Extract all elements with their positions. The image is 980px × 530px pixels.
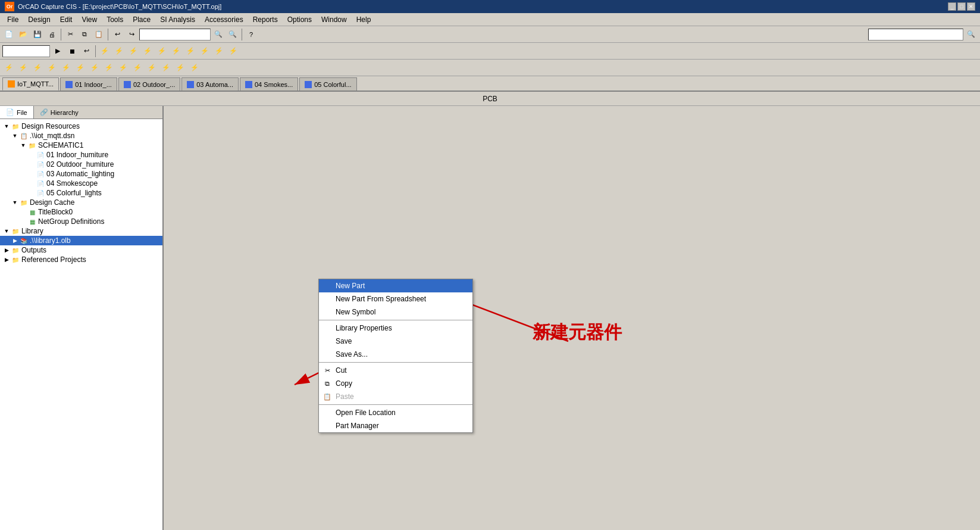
zoom-in-button[interactable]: 🔍: [212, 28, 225, 41]
t24[interactable]: ⚡: [145, 61, 158, 74]
expand-schematic1[interactable]: ▼: [19, 141, 27, 149]
minimize-button[interactable]: _: [948, 2, 956, 11]
t1[interactable]: ▶: [51, 45, 64, 58]
t25[interactable]: ⚡: [159, 61, 173, 74]
t12[interactable]: ⚡: [212, 45, 226, 58]
cut-button[interactable]: ✂: [64, 28, 77, 41]
expand-iot-dsn[interactable]: ▼: [11, 132, 19, 140]
panel-tab-file[interactable]: 📄 File: [0, 106, 34, 119]
context-menu-new-part[interactable]: New Part: [319, 279, 472, 292]
redo-button[interactable]: ↪: [125, 28, 138, 41]
context-menu-new-part-spreadsheet[interactable]: New Part From Spreadsheet: [319, 292, 472, 305]
open-button[interactable]: 📂: [17, 28, 30, 41]
menu-item-view[interactable]: View: [77, 14, 102, 25]
menu-item-si-analysis[interactable]: SI Analysis: [155, 14, 200, 25]
t22[interactable]: ⚡: [117, 61, 130, 74]
tree-item-netgroup[interactable]: ▦ NetGroup Definitions: [0, 217, 162, 226]
t16[interactable]: ⚡: [31, 61, 44, 74]
filter-input[interactable]: [2, 45, 50, 57]
t19[interactable]: ⚡: [74, 61, 87, 74]
menu-item-reports[interactable]: Reports: [248, 14, 283, 25]
tree-item-smoke[interactable]: 📄 04 Smokescope: [0, 179, 162, 188]
tree-item-automatic[interactable]: 📄 03 Automatic_lighting: [0, 169, 162, 179]
t26[interactable]: ⚡: [174, 61, 187, 74]
menu-item-options[interactable]: Options: [283, 14, 317, 25]
tree-item-design-resources[interactable]: ▼ 📁 Design Resources: [0, 121, 162, 131]
t7[interactable]: ⚡: [141, 45, 154, 58]
t15[interactable]: ⚡: [17, 61, 30, 74]
t2[interactable]: ⏹: [65, 45, 79, 58]
menu-item-design[interactable]: Design: [23, 14, 55, 25]
expand-outputs[interactable]: ▶: [2, 246, 11, 254]
tree-item-outdoor[interactable]: 📄 02 Outdoor_humiture: [0, 160, 162, 169]
close-button[interactable]: ✕: [967, 2, 975, 11]
context-menu-save[interactable]: Save: [319, 335, 472, 348]
tree-item-library1[interactable]: ▶ 📚 .\\library1.olb: [0, 236, 162, 245]
menu-item-tools[interactable]: Tools: [102, 14, 128, 25]
t6[interactable]: ⚡: [127, 45, 140, 58]
tree-item-iot-dsn[interactable]: ▼ 📋 .\\iot_mqtt.dsn: [0, 131, 162, 141]
t4[interactable]: ⚡: [98, 45, 111, 58]
context-menu-paste[interactable]: 📋 Paste: [319, 390, 472, 403]
copy-button[interactable]: ⧉: [78, 28, 91, 41]
tree-item-colorful[interactable]: 📄 05 Colorful_lights: [0, 188, 162, 198]
expand-design-resources[interactable]: ▼: [2, 122, 11, 130]
expand-library[interactable]: ▼: [2, 227, 11, 235]
t21[interactable]: ⚡: [102, 61, 115, 74]
t27[interactable]: ⚡: [188, 61, 201, 74]
paste-button[interactable]: 📋: [92, 28, 105, 41]
search-input[interactable]: [139, 29, 211, 40]
t17[interactable]: ⚡: [45, 61, 58, 74]
tree-item-design-cache[interactable]: ▼ 📁 Design Cache: [0, 198, 162, 207]
menu-item-accessories[interactable]: Accessories: [200, 14, 248, 25]
menu-item-help[interactable]: Help: [352, 14, 376, 25]
tree-item-titleblock[interactable]: ▦ TitleBlock0: [0, 207, 162, 217]
context-menu-cut[interactable]: ✂ Cut: [319, 364, 472, 377]
window-controls[interactable]: _ □ ✕: [948, 2, 975, 11]
t8[interactable]: ⚡: [155, 45, 168, 58]
tree-item-schematic1[interactable]: ▼ 📁 SCHEMATIC1: [0, 141, 162, 150]
print-button[interactable]: 🖨: [45, 28, 58, 41]
tree-item-outputs[interactable]: ▶ 📁 Outputs: [0, 245, 162, 255]
t20[interactable]: ⚡: [88, 61, 101, 74]
menu-item-window[interactable]: Window: [317, 14, 352, 25]
save-button[interactable]: 💾: [31, 28, 44, 41]
tab-2[interactable]: 02 Outdoor_...: [118, 77, 180, 91]
t11[interactable]: ⚡: [198, 45, 211, 58]
t18[interactable]: ⚡: [60, 61, 73, 74]
tab-4[interactable]: 04 Smokes...: [240, 77, 298, 91]
context-menu-part-manager[interactable]: Part Manager: [319, 419, 472, 432]
t3[interactable]: ↩: [80, 45, 93, 58]
search-go-button[interactable]: 🔍: [965, 28, 978, 41]
tree-item-library[interactable]: ▼ 📁 Library: [0, 226, 162, 236]
menu-item-file[interactable]: File: [2, 14, 23, 25]
menu-item-place[interactable]: Place: [128, 14, 155, 25]
panel-tab-hierarchy[interactable]: 🔗 Hierarchy: [34, 106, 84, 119]
tab-5[interactable]: 05 Colorful...: [299, 77, 356, 91]
expand-design-cache[interactable]: ▼: [11, 198, 19, 207]
new-button[interactable]: 📄: [2, 28, 15, 41]
help-button[interactable]: ?: [245, 28, 258, 41]
search-input2[interactable]: [868, 29, 963, 40]
context-menu-library-properties[interactable]: Library Properties: [319, 322, 472, 335]
t9[interactable]: ⚡: [170, 45, 183, 58]
expand-library1[interactable]: ▶: [11, 236, 19, 245]
t5[interactable]: ⚡: [112, 45, 126, 58]
t13[interactable]: ⚡: [227, 45, 240, 58]
tab-3[interactable]: 03 Automa...: [181, 77, 239, 91]
menu-item-edit[interactable]: Edit: [55, 14, 77, 25]
tree-item-ref-projects[interactable]: ▶ 📁 Referenced Projects: [0, 255, 162, 264]
context-menu-new-symbol[interactable]: New Symbol: [319, 305, 472, 319]
t23[interactable]: ⚡: [131, 61, 144, 74]
t14[interactable]: ⚡: [2, 61, 15, 74]
zoom-out-button[interactable]: 🔍: [226, 28, 239, 41]
t10[interactable]: ⚡: [184, 45, 197, 58]
context-menu-copy[interactable]: ⧉ Copy: [319, 377, 472, 390]
context-menu-open-file-location[interactable]: Open File Location: [319, 406, 472, 419]
undo-button[interactable]: ↩: [111, 28, 124, 41]
expand-ref-projects[interactable]: ▶: [2, 255, 11, 264]
tree-item-indoor[interactable]: 📄 01 Indoor_humiture: [0, 150, 162, 160]
tab-0[interactable]: IoT_MQTT...: [2, 77, 59, 91]
maximize-button[interactable]: □: [957, 2, 966, 11]
context-menu-save-as[interactable]: Save As...: [319, 348, 472, 361]
